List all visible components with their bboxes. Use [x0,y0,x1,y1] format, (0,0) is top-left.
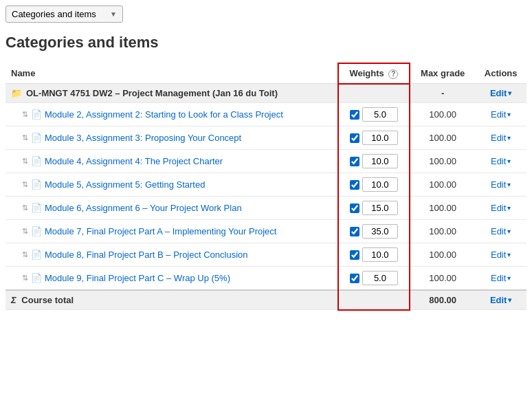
item-edit-caret: ▾ [507,204,511,212]
item-edit-button[interactable]: Edit▾ [491,226,511,236]
footer-weight-cell [338,290,410,310]
item-maxgrade-cell: 100.00 [410,173,475,197]
weight-input[interactable] [362,131,398,145]
category-actions-cell: Edit▾ [475,84,527,103]
item-actions-cell: Edit▾ [475,197,527,220]
table-row: ⇅ 📄 Module 9, Final Project Part C – Wra… [5,267,527,291]
table-row: ⇅ 📄 Module 2, Assignment 2: Starting to … [5,103,527,126]
item-weight-cell [338,150,410,173]
item-name-cell: ⇅ 📄 Module 7, Final Project Part A – Imp… [5,220,338,243]
footer-label: Course total [21,295,74,305]
item-name-cell: ⇅ 📄 Module 2, Assignment 2: Starting to … [5,103,338,126]
item-icon: 📄 [31,133,42,143]
category-edit-button[interactable]: Edit▾ [490,88,512,98]
item-weight-cell [338,267,410,291]
move-icon[interactable]: ⇅ [22,157,28,166]
table-row: ⇅ 📄 Module 3, Assignment 3: Proposing Yo… [5,126,527,150]
move-icon[interactable]: ⇅ [22,110,28,119]
item-icon: 📄 [31,109,42,120]
item-name-link[interactable]: Module 8, Final Project Part B – Project… [45,250,248,260]
footer-edit-caret: ▾ [508,296,511,304]
weight-checkbox[interactable] [350,203,359,213]
move-icon[interactable]: ⇅ [22,180,28,189]
item-name-link[interactable]: Module 5, Assignment 5: Getting Started [45,179,205,190]
col-header-name: Name [5,63,338,84]
item-actions-cell: Edit▾ [475,220,527,243]
item-actions-cell: Edit▾ [475,243,527,267]
item-weight-cell [338,173,410,197]
item-name-link[interactable]: Module 7, Final Project Part A – Impleme… [45,226,276,236]
item-weight-cell [338,197,410,220]
item-name-cell: ⇅ 📄 Module 9, Final Project Part C – Wra… [5,267,338,291]
view-select-wrapper[interactable]: Categories and itemsGradesOutcomesFull v… [5,5,123,23]
weight-checkbox[interactable] [350,110,359,120]
col-header-maxgrade: Max grade [410,63,475,84]
weight-checkbox[interactable] [350,274,359,283]
weight-checkbox[interactable] [350,227,359,236]
move-icon[interactable]: ⇅ [22,203,28,212]
item-edit-button[interactable]: Edit▾ [491,250,511,260]
item-edit-button[interactable]: Edit▾ [491,133,511,143]
weight-input[interactable] [362,247,398,262]
page-title: Categories and items [5,34,527,52]
item-icon: 📄 [31,203,42,213]
weight-checkbox[interactable] [350,180,359,190]
table-row: ⇅ 📄 Module 5, Assignment 5: Getting Star… [5,173,527,197]
item-name-link[interactable]: Module 9, Final Project Part C – Wrap Up… [45,273,230,283]
category-weight-cell [338,84,410,103]
category-name-cell: 📁 OL-MNGT 4751 DW2 – Project Management … [5,84,338,103]
item-maxgrade-cell: 100.00 [410,126,475,150]
item-icon: 📄 [31,226,42,236]
move-icon[interactable]: ⇅ [22,274,28,283]
move-icon[interactable]: ⇅ [22,250,28,259]
weights-help-icon[interactable]: ? [388,69,398,79]
item-edit-button[interactable]: Edit▾ [491,109,511,120]
item-edit-caret: ▾ [507,134,511,142]
item-edit-button[interactable]: Edit▾ [491,156,511,166]
item-edit-button[interactable]: Edit▾ [491,179,511,190]
item-actions-cell: Edit▾ [475,267,527,291]
item-edit-button[interactable]: Edit▾ [491,203,511,213]
item-edit-caret: ▾ [507,274,511,282]
item-edit-caret: ▾ [507,181,511,188]
weight-checkbox[interactable] [350,157,359,166]
item-name-link[interactable]: Module 6, Assignment 6 – Your Project Wo… [45,203,242,213]
item-maxgrade-cell: 100.00 [410,267,475,291]
weight-checkbox[interactable] [350,250,359,260]
item-weight-cell [338,243,410,267]
grades-table: Name Weights ? Max grade Actions 📁 OL-MN… [5,63,527,311]
footer-edit-button[interactable]: Edit▾ [490,295,512,305]
item-edit-caret: ▾ [507,111,511,118]
item-weight-cell [338,126,410,150]
item-icon: 📄 [31,273,42,283]
weight-input[interactable] [362,224,398,239]
weight-checkbox[interactable] [350,133,359,143]
dropdown-arrow-icon: ▼ [110,10,117,18]
move-icon[interactable]: ⇅ [22,227,28,236]
move-icon[interactable]: ⇅ [22,133,28,142]
item-edit-caret: ▾ [507,228,511,235]
category-edit-caret: ▾ [508,89,511,97]
weight-input[interactable] [362,201,398,215]
item-name-link[interactable]: Module 4, Assignment 4: The Project Char… [45,156,223,166]
item-edit-caret: ▾ [507,251,511,258]
item-name-link[interactable]: Module 2, Assignment 2: Starting to Look… [45,109,283,120]
item-icon: 📄 [31,250,42,260]
weight-input[interactable] [362,154,398,168]
weight-input[interactable] [362,271,398,285]
item-edit-button[interactable]: Edit▾ [491,273,511,283]
item-weight-cell [338,220,410,243]
weight-input[interactable] [362,177,398,192]
table-row: ⇅ 📄 Module 7, Final Project Part A – Imp… [5,220,527,243]
item-name-cell: ⇅ 📄 Module 4, Assignment 4: The Project … [5,150,338,173]
footer-maxgrade-cell: 800.00 [410,290,475,310]
item-maxgrade-cell: 100.00 [410,197,475,220]
table-row: ⇅ 📄 Module 8, Final Project Part B – Pro… [5,243,527,267]
item-name-link[interactable]: Module 3, Assignment 3: Proposing Your C… [45,133,241,143]
footer-row: Σ Course total 800.00 Edit▾ [5,290,527,310]
view-select[interactable]: Categories and itemsGradesOutcomesFull v… [12,9,107,19]
item-actions-cell: Edit▾ [475,126,527,150]
category-label: OL-MNGT 4751 DW2 – Project Management (J… [26,88,278,98]
item-name-cell: ⇅ 📄 Module 6, Assignment 6 – Your Projec… [5,197,338,220]
weight-input[interactable] [362,107,398,122]
